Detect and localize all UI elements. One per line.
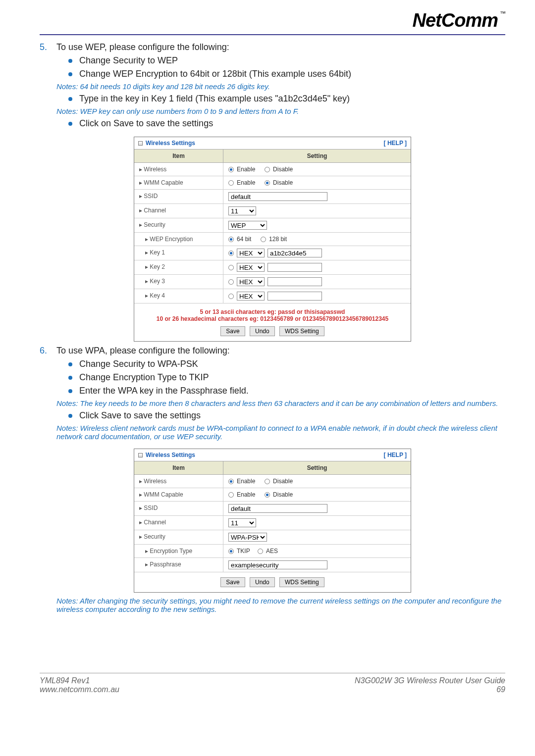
bullet-dot (68, 362, 72, 366)
save-button[interactable]: Save (220, 326, 245, 336)
row-wmm: ▸ WMM Capable (134, 488, 223, 501)
footer-guide: N3G002W 3G Wireless Router User Guide (355, 676, 505, 685)
row-ssid: ▸ SSID (134, 190, 223, 203)
step-6-text: To use WPA, please configure the followi… (56, 346, 230, 356)
col-setting: Setting (223, 150, 411, 162)
wireless-settings-table-1: Wireless Settings [ HELP ] Item Setting … (134, 137, 411, 342)
undo-button[interactable]: Undo (250, 326, 275, 336)
bullet-text: Click on Save to save the settings (79, 118, 213, 129)
footer-rev: YML894 Rev1 (40, 676, 119, 685)
note-wepkey: Notes: WEP key can only use numbers from… (56, 107, 505, 115)
step-6-num: 6. (40, 346, 56, 356)
key2-input[interactable] (268, 263, 322, 272)
table-title: Wireless Settings (138, 140, 195, 147)
radio-enable[interactable] (228, 492, 234, 498)
radio-disable[interactable] (265, 167, 270, 172)
collapse-icon[interactable] (138, 141, 143, 146)
ssid-input[interactable] (228, 504, 327, 513)
bullet-text: Change Encryption Type to TKIP (79, 372, 209, 383)
wds-button[interactable]: WDS Setting (279, 577, 324, 587)
bullet-text: Change WEP Encryption to 64bit or 128bit… (79, 69, 351, 79)
bullet-text: Enter the WPA key in the Passphrase fiel… (79, 386, 249, 396)
wds-button[interactable]: WDS Setting (279, 326, 324, 336)
logo-row: NetComm™ (40, 10, 505, 31)
bullet-text: Type in the key in Key 1 field (This exa… (79, 94, 350, 104)
security-select[interactable]: WPA-PSK (228, 533, 267, 542)
radio-enable[interactable] (228, 180, 234, 186)
undo-button[interactable]: Undo (250, 577, 275, 587)
bullet-dot (68, 72, 72, 76)
row-wireless: ▸ Wireless (134, 475, 223, 488)
radio-key1[interactable] (228, 251, 234, 256)
step-5-bullets-2: Type in the key in Key 1 field (This exa… (68, 94, 505, 104)
radio-disable[interactable] (265, 492, 270, 498)
row-security: ▸ Security (134, 218, 223, 232)
step-6-bullets-2: Click Save to save the settings (68, 410, 505, 421)
col-item: Item (134, 150, 223, 162)
wireless-settings-table-2: Wireless Settings [ HELP ] Item Setting … (134, 449, 411, 593)
col-setting: Setting (223, 461, 411, 474)
bullet-dot (68, 122, 72, 126)
key2-format[interactable]: HEX (237, 263, 265, 272)
row-pass: ▸ Passphrase (134, 558, 223, 572)
radio-enable[interactable] (228, 167, 234, 172)
row-wmm: ▸ WMM Capable (134, 176, 223, 189)
step-5-num: 5. (40, 42, 56, 52)
footer-url: www.netcomm.com.au (40, 685, 119, 694)
bullet-dot (68, 414, 72, 418)
radio-64bit[interactable] (228, 237, 234, 242)
row-channel: ▸ Channel (134, 516, 223, 530)
bullet-dot (68, 389, 72, 393)
collapse-icon[interactable] (138, 453, 143, 457)
radio-enable[interactable] (228, 479, 234, 484)
pass-input[interactable] (228, 560, 327, 569)
bullet-dot (68, 97, 72, 101)
page-footer: YML894 Rev1 www.netcomm.com.au N3G002W 3… (40, 673, 505, 694)
col-item: Item (134, 461, 223, 474)
logo-text: NetComm (413, 10, 498, 31)
key3-format[interactable]: HEX (237, 277, 265, 286)
bullet-text: Change Security to WEP (79, 55, 178, 66)
help-link[interactable]: [ HELP ] (384, 452, 407, 458)
key1-input[interactable] (268, 249, 322, 257)
key1-format[interactable]: HEX (237, 249, 265, 257)
key3-input[interactable] (268, 277, 322, 286)
key4-format[interactable]: HEX (237, 292, 265, 301)
hex-note: 10 or 26 hexadecimal characters eg: 0123… (137, 315, 408, 322)
row-wepenc: ▸ WEP Encryption (134, 233, 223, 246)
help-link[interactable]: [ HELP ] (384, 140, 407, 147)
footer-page: 69 (355, 685, 505, 694)
note-reconfigure: Notes: After changing the security setti… (56, 597, 505, 613)
step-5-bullets: Change Security to WEP Change WEP Encryp… (68, 55, 505, 79)
bullet-text: Change Security to WPA-PSK (79, 359, 198, 369)
row-key4: ▸ Key 4 (134, 289, 223, 303)
step-6-bullets: Change Security to WPA-PSK Change Encryp… (68, 359, 505, 396)
row-channel: ▸ Channel (134, 204, 223, 218)
row-ssid: ▸ SSID (134, 502, 223, 515)
radio-disable[interactable] (265, 180, 270, 186)
step-5: 5. To use WEP, please configure the foll… (40, 42, 505, 52)
row-key2: ▸ Key 2 (134, 260, 223, 274)
radio-key4[interactable] (228, 294, 234, 299)
bullet-dot (68, 376, 72, 380)
logo-tm: ™ (500, 10, 505, 17)
channel-select[interactable]: 11 (228, 518, 256, 527)
ascii-note: 5 or 13 ascii characters eg: passd or th… (137, 308, 408, 315)
note-keylen: Notes: The key needs to be more then 8 c… (56, 399, 505, 407)
radio-disable[interactable] (265, 479, 270, 484)
security-select[interactable]: WEP (228, 221, 267, 230)
channel-select[interactable]: 11 (228, 206, 256, 215)
save-button[interactable]: Save (220, 577, 245, 587)
bullet-text: Click Save to save the settings (79, 410, 201, 421)
radio-tkip[interactable] (228, 549, 234, 554)
table-title: Wireless Settings (138, 452, 195, 458)
radio-aes[interactable] (258, 549, 263, 554)
header-divider (40, 34, 505, 35)
radio-key2[interactable] (228, 265, 234, 270)
radio-128bit[interactable] (261, 237, 266, 242)
radio-key3[interactable] (228, 279, 234, 285)
row-wireless: ▸ Wireless (134, 163, 223, 176)
step-6: 6. To use WPA, please configure the foll… (40, 346, 505, 356)
key4-input[interactable] (268, 292, 322, 301)
ssid-input[interactable] (228, 192, 327, 201)
